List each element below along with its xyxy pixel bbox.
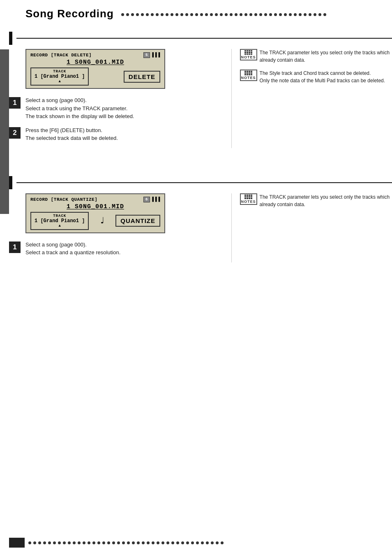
left-bar bbox=[0, 0, 9, 555]
section-content-delete: RECORD [TRACK DELETE] 5 ▐▐▐ 1 S0NG_001.M… bbox=[9, 49, 392, 148]
right-col-quantize: NOTES The TRACK parameter lets you selec… bbox=[231, 193, 392, 262]
notes-icon-delete-2: NOTES bbox=[240, 70, 257, 81]
notes-label-quantize-1: NOTES bbox=[241, 200, 256, 204]
section-content-quantize: RECORD [TRACK QUANTIZE] 6 ▐▐▐ 1 S0NG_001… bbox=[9, 193, 392, 262]
page-title: Song Recording bbox=[25, 7, 114, 20]
page-header: Song Recording bbox=[9, 0, 392, 24]
step-quantize-1: 1 Select a song (page 000).Select a trac… bbox=[9, 241, 223, 257]
section-track-delete: RECORD [TRACK DELETE] 5 ▐▐▐ 1 S0NG_001.M… bbox=[9, 24, 392, 148]
step-text-delete-1: Select a song (page 000).Select a track … bbox=[25, 96, 134, 121]
step-num-delete-2: 2 bbox=[9, 127, 21, 139]
step-num-delete-1: 1 bbox=[9, 97, 21, 109]
notes-icon-quantize-1: NOTES bbox=[240, 193, 257, 205]
notes-box-quantize-1: NOTES The TRACK parameter lets you selec… bbox=[240, 193, 392, 208]
lcd-bottom-row-delete: TRACK 1 [Grand Piano1 ] ▲ DELETE bbox=[30, 67, 160, 86]
left-col-quantize: RECORD [TRACK QUANTIZE] 6 ▐▐▐ 1 S0NG_001… bbox=[9, 193, 231, 262]
lcd-song-name-delete: 1 S0NG_001.MID bbox=[30, 59, 160, 66]
notes-content-quantize-1: The TRACK parameter lets you select only… bbox=[260, 193, 392, 208]
lcd-battery-delete: 5 ▐▐▐ bbox=[143, 52, 160, 58]
left-col-delete: RECORD [TRACK DELETE] 5 ▐▐▐ 1 S0NG_001.M… bbox=[9, 49, 231, 148]
page-right: Song Recording RECORD [TRACK DELETE] bbox=[9, 0, 392, 555]
battery-icon-delete: 5 bbox=[143, 52, 150, 58]
note-symbol-quantize: ♩ bbox=[99, 215, 105, 226]
step-text-quantize-1: Select a song (page 000).Select a track … bbox=[25, 241, 120, 257]
lcd-battery-quantize: 6 ▐▐▐ bbox=[143, 197, 160, 202]
notes-box-delete-2: NOTES The Style track and Chord track ca… bbox=[240, 70, 392, 84]
right-col-delete: NOTES The TRACK parameter lets you selec… bbox=[231, 49, 392, 148]
lcd-track-box-quantize: TRACK 1 [Grand Piano1 ] ▲ bbox=[30, 212, 89, 230]
section-bar-quantize bbox=[9, 176, 12, 189]
step-num-quantize-1: 1 bbox=[9, 242, 21, 253]
notes-content-delete-1: The TRACK parameter lets you select only… bbox=[260, 49, 392, 64]
lcd-top-row-delete: RECORD [TRACK DELETE] 5 ▐▐▐ bbox=[30, 52, 160, 58]
lcd-delete-button: DELETE bbox=[124, 71, 160, 83]
lcd-track-label-quantize: TRACK bbox=[35, 214, 85, 218]
lcd-track-label-delete: TRACK bbox=[35, 70, 85, 74]
section-bar-delete bbox=[9, 32, 12, 45]
step-text-delete-2: Press the [F6] (DELETE) button.The selec… bbox=[25, 126, 118, 142]
lcd-track-value-quantize: 1 [Grand Piano1 ] bbox=[35, 218, 85, 224]
notes-box-delete-1: NOTES The TRACK parameter lets you selec… bbox=[240, 49, 392, 64]
lcd-mode-label-delete: RECORD [TRACK DELETE] bbox=[30, 53, 92, 58]
spacer-between-sections bbox=[9, 156, 392, 169]
lcd-bottom-row-quantize: TRACK 1 [Grand Piano1 ] ▲ ♩ QUANTIZE bbox=[30, 212, 160, 230]
lcd-quantize-button: QUANTIZE bbox=[115, 215, 160, 227]
track-triangle-quantize: ▲ bbox=[35, 224, 85, 228]
step-delete-1: 1 Select a song (page 000).Select a trac… bbox=[9, 96, 223, 121]
battery-bars-quantize: ▐▐▐ bbox=[151, 197, 160, 202]
lcd-top-row-quantize: RECORD [TRACK QUANTIZE] 6 ▐▐▐ bbox=[30, 197, 160, 202]
step-delete-2: 2 Press the [F6] (DELETE) button.The sel… bbox=[9, 126, 223, 142]
section-title-line-quantize bbox=[16, 182, 392, 183]
lcd-quantize: RECORD [TRACK QUANTIZE] 6 ▐▐▐ 1 S0NG_001… bbox=[25, 193, 165, 233]
lcd-track-value-delete: 1 [Grand Piano1 ] bbox=[35, 74, 85, 79]
battery-icon-quantize: 6 bbox=[143, 197, 150, 202]
lcd-delete: RECORD [TRACK DELETE] 5 ▐▐▐ 1 S0NG_001.M… bbox=[25, 49, 165, 89]
lcd-track-box-delete: TRACK 1 [Grand Piano1 ] ▲ bbox=[30, 67, 89, 86]
battery-bars-delete: ▐▐▐ bbox=[151, 52, 160, 58]
section-header-quantize bbox=[9, 176, 392, 189]
left-accent-bar bbox=[0, 49, 9, 214]
page-wrapper: Song Recording RECORD [TRACK DELETE] bbox=[0, 0, 392, 555]
bottom-bar bbox=[0, 538, 392, 548]
section-title-line-delete bbox=[16, 38, 392, 39]
lcd-mode-label-quantize: RECORD [TRACK QUANTIZE] bbox=[30, 197, 97, 202]
notes-content-delete-2: The Style track and Chord track cannot b… bbox=[260, 70, 385, 84]
notes-label-delete-2: NOTES bbox=[241, 76, 256, 80]
notes-label-delete-1: NOTES bbox=[241, 55, 256, 59]
bottom-dot-line bbox=[28, 541, 384, 544]
section-track-quantize: RECORD [TRACK QUANTIZE] 6 ▐▐▐ 1 S0NG_001… bbox=[9, 169, 392, 262]
page-number-box bbox=[9, 538, 25, 548]
section-header-delete bbox=[9, 32, 392, 45]
lcd-song-name-quantize: 1 S0NG_001.MID bbox=[30, 203, 160, 210]
dot-line-header bbox=[121, 12, 380, 16]
notes-icon-delete-1: NOTES bbox=[240, 49, 257, 60]
track-triangle-delete: ▲ bbox=[35, 79, 85, 84]
